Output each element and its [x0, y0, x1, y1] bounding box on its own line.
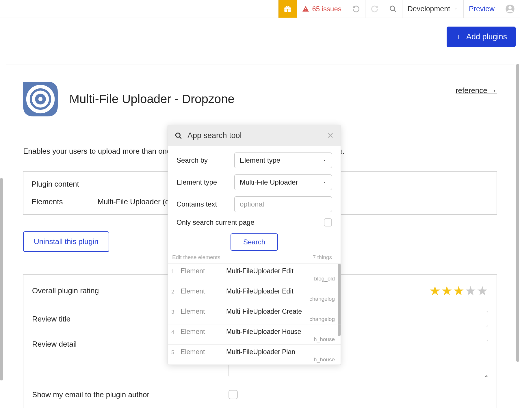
plugin-header: Multi-File Uploader - Dropzone — [23, 82, 497, 116]
search-icon — [175, 132, 182, 140]
result-number: 5 — [171, 350, 175, 356]
star-icon[interactable]: ★ — [465, 283, 476, 298]
undo-button[interactable] — [347, 0, 365, 18]
plugin-logo — [23, 82, 58, 116]
result-number: 4 — [171, 329, 175, 335]
svg-point-7 — [176, 133, 180, 137]
only-current-checkbox[interactable] — [324, 218, 332, 226]
show-email-label: Show my email to the plugin author — [32, 390, 229, 399]
element-type-value: Multi-File Uploader — [240, 178, 298, 186]
left-scrollbar[interactable] — [0, 178, 3, 380]
star-icon[interactable]: ★ — [429, 283, 441, 298]
result-row[interactable]: 1 Element Multi-FileUploader Edit blog_o… — [168, 264, 341, 284]
add-plugins-label: Add plugins — [466, 32, 507, 41]
svg-line-1 — [394, 10, 396, 12]
modal-close-button[interactable]: ✕ — [327, 131, 334, 140]
app-search-modal: App search tool ✕ Search by Element type… — [168, 125, 341, 365]
result-type: Element — [181, 267, 221, 275]
plus-icon — [455, 34, 462, 40]
result-type: Element — [181, 308, 221, 315]
svg-point-0 — [390, 6, 395, 10]
modal-header[interactable]: App search tool ✕ — [168, 125, 341, 146]
result-page: changelog — [171, 296, 335, 302]
search-by-dropdown[interactable]: Element type — [234, 153, 332, 168]
reference-link[interactable]: reference → — [456, 86, 497, 95]
things-count: 7 things — [313, 254, 332, 261]
svg-point-6 — [38, 97, 42, 101]
result-page: h_house — [171, 336, 335, 343]
contains-text-input[interactable] — [234, 196, 332, 212]
user-icon — [505, 4, 515, 14]
result-page: blog_old — [171, 276, 335, 282]
svg-line-8 — [179, 137, 181, 139]
result-row[interactable]: 4 Element Multi-FileUploader House h_hou… — [168, 324, 341, 345]
result-page: changelog — [171, 316, 335, 322]
result-number: 3 — [171, 309, 175, 315]
svg-point-3 — [508, 6, 512, 9]
result-name: Multi-FileUploader House — [226, 328, 301, 336]
search-button[interactable]: Search — [231, 233, 278, 251]
star-icon[interactable]: ★ — [477, 283, 488, 298]
warning-icon — [302, 5, 309, 12]
elements-label: Elements — [31, 197, 63, 206]
gift-icon — [284, 4, 291, 14]
search-by-label: Search by — [177, 156, 234, 164]
add-plugins-button[interactable]: Add plugins — [447, 27, 516, 47]
result-type: Element — [181, 348, 221, 356]
caret-down-icon — [322, 158, 326, 162]
result-row[interactable]: 2 Element Multi-FileUploader Edit change… — [168, 284, 341, 304]
edit-elements-label: Edit these elements — [172, 254, 220, 261]
result-number: 1 — [171, 269, 175, 275]
modal-body: Search by Element type Element type Mult… — [168, 146, 341, 251]
star-icon[interactable]: ★ — [453, 283, 464, 298]
only-current-label: Only search current page — [177, 218, 254, 226]
result-name: Multi-FileUploader Create — [226, 308, 302, 315]
plugin-title: Multi-File Uploader - Dropzone — [69, 92, 235, 106]
right-scrollbar[interactable] — [516, 64, 519, 362]
preview-section: Preview — [463, 0, 500, 18]
uninstall-button[interactable]: Uninstall this plugin — [23, 231, 109, 252]
contains-text-label: Contains text — [177, 200, 234, 208]
top-bar: 65 issues Development Preview — [0, 0, 520, 18]
element-type-dropdown[interactable]: Multi-File Uploader — [234, 174, 332, 190]
environment-label: Development — [408, 5, 450, 13]
result-name: Multi-FileUploader Plan — [226, 348, 295, 356]
element-type-label: Element type — [177, 178, 234, 186]
caret-down-icon — [322, 180, 326, 184]
redo-button[interactable] — [365, 0, 384, 18]
gift-button[interactable] — [278, 0, 297, 18]
environment-dropdown[interactable]: Development — [402, 0, 463, 18]
issues-count: 65 issues — [312, 5, 341, 13]
result-page: h_house — [171, 356, 335, 363]
undo-icon — [352, 5, 360, 13]
result-name: Multi-FileUploader Edit — [226, 287, 294, 295]
result-name: Multi-FileUploader Edit — [226, 267, 294, 275]
subheader: Add plugins — [0, 18, 520, 64]
modal-title: App search tool — [187, 131, 242, 140]
result-row[interactable]: 5 Element Multi-FileUploader Plan h_hous… — [168, 345, 341, 365]
preview-link[interactable]: Preview — [469, 5, 495, 13]
chevron-down-icon — [454, 7, 458, 11]
show-email-checkbox[interactable] — [229, 390, 238, 399]
result-number: 2 — [171, 289, 175, 295]
result-type: Element — [181, 328, 221, 336]
user-avatar[interactable] — [500, 0, 520, 18]
search-by-value: Element type — [240, 156, 280, 164]
results-list: 1 Element Multi-FileUploader Edit blog_o… — [168, 263, 341, 365]
result-type: Element — [181, 287, 221, 295]
result-row[interactable]: 3 Element Multi-FileUploader Create chan… — [168, 304, 341, 324]
issues-button[interactable]: 65 issues — [297, 0, 346, 18]
search-icon — [389, 5, 397, 13]
star-icon[interactable]: ★ — [441, 283, 452, 298]
search-button[interactable] — [384, 0, 402, 18]
redo-icon — [371, 5, 378, 13]
star-rating[interactable]: ★ ★ ★ ★ ★ — [429, 283, 488, 298]
